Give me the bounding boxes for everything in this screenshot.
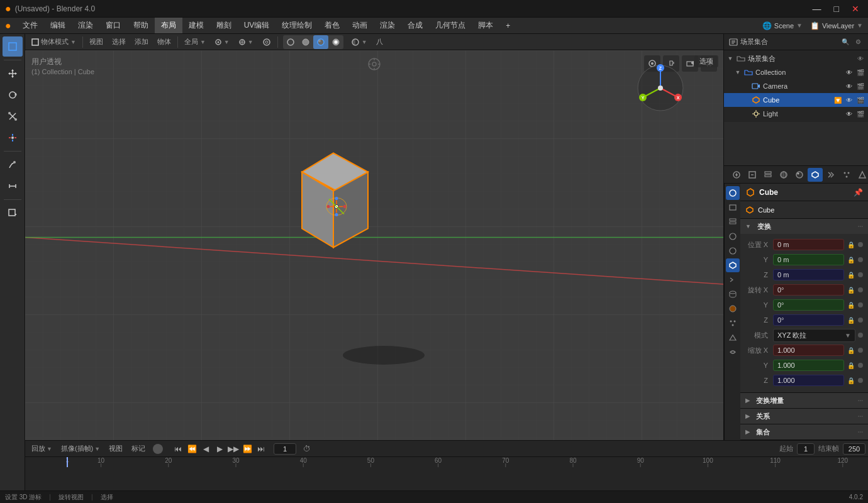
location-x-field[interactable]: 0 m bbox=[773, 239, 844, 250]
props-icon-view-layer[interactable] bbox=[726, 215, 740, 229]
transport-next-frame[interactable]: ▶▶ bbox=[227, 443, 240, 455]
scene-dropdown-icon[interactable]: ▼ bbox=[796, 22, 803, 29]
mode-selector-btn[interactable] bbox=[3, 36, 23, 57]
xray-toggle-btn[interactable]: 八 bbox=[372, 35, 387, 49]
workspace-tab-sculpt[interactable]: 雕刻 bbox=[210, 18, 238, 33]
props-icon-scene[interactable] bbox=[726, 229, 740, 243]
outliner-light[interactable]: ▶ Light 👁 bbox=[724, 107, 868, 121]
location-z-field[interactable]: 0 m bbox=[773, 269, 844, 280]
timeline-end-frame-input[interactable]: 250 bbox=[843, 443, 865, 455]
props-icon-particles-2[interactable] bbox=[726, 316, 740, 330]
prop-tab-particles[interactable] bbox=[839, 168, 854, 182]
shading-wireframe-btn[interactable] bbox=[283, 35, 298, 49]
menu-file[interactable]: 文件 bbox=[16, 18, 44, 33]
collection-eye-icon[interactable]: 👁 bbox=[844, 67, 854, 77]
prop-tab-world[interactable] bbox=[792, 168, 807, 182]
scale-x-field[interactable]: 1.000 bbox=[773, 345, 844, 356]
outliner-cube[interactable]: ▶ Cube 🔽 👁 🎬 bbox=[724, 93, 868, 107]
timeline-fps-indicator[interactable]: ⏱ bbox=[300, 442, 314, 456]
outliner-scene-collection[interactable]: ▼ 场景集合 👁 bbox=[724, 52, 868, 65]
cube-filter-icon[interactable]: 🔽 bbox=[833, 95, 843, 105]
rotation-x-lock[interactable]: 🔒 bbox=[847, 285, 855, 294]
scale-x-lock[interactable]: 🔒 bbox=[847, 346, 855, 355]
relations-header[interactable]: ▶ 关系 ··· bbox=[740, 409, 868, 424]
view-menu-btn[interactable]: 视图 bbox=[86, 35, 107, 49]
timeline-playback-btn[interactable]: 回放 ▼ bbox=[28, 443, 56, 455]
light-render-icon[interactable]: 🎬 bbox=[855, 109, 865, 119]
cube-eye-icon[interactable]: 👁 bbox=[844, 95, 854, 105]
props-icon-output[interactable] bbox=[726, 201, 740, 214]
transform-orientation-selector[interactable]: 全局 ▼ bbox=[181, 35, 209, 49]
menu-render[interactable]: 渲染 bbox=[72, 18, 99, 33]
workspace-tab-geometry[interactable]: 几何节点 bbox=[429, 18, 472, 33]
rotation-x-dot[interactable] bbox=[858, 287, 863, 292]
props-icon-physics-2[interactable] bbox=[726, 331, 740, 345]
snap-toggle-btn[interactable]: ▼ bbox=[235, 35, 257, 49]
workspace-tab-animation[interactable]: 动画 bbox=[346, 18, 374, 33]
location-x-lock[interactable]: 🔒 bbox=[847, 240, 855, 249]
workspace-tab-scripting[interactable]: 脚本 bbox=[472, 18, 499, 33]
scale-x-dot[interactable] bbox=[858, 348, 863, 353]
props-icon-render[interactable] bbox=[726, 186, 740, 200]
workspace-tab-modeling[interactable]: 建模 bbox=[182, 18, 210, 33]
timeline-keying-btn[interactable]: 抓像(插帧) ▼ bbox=[57, 443, 104, 455]
scale-z-lock[interactable]: 🔒 bbox=[847, 376, 855, 385]
maximize-button[interactable]: □ bbox=[830, 3, 843, 15]
location-y-dot[interactable] bbox=[858, 257, 863, 262]
outliner-collection[interactable]: ▼ Collection 👁 🎬 bbox=[724, 65, 868, 79]
workspace-tab-rendering[interactable]: 渲染 bbox=[374, 18, 401, 33]
menu-help[interactable]: 帮助 bbox=[127, 18, 155, 33]
object-mode-selector[interactable]: 物体模式 ▼ bbox=[28, 35, 80, 49]
light-eye-icon[interactable]: 👁 bbox=[844, 109, 854, 119]
transport-jump-end[interactable]: ⏭ bbox=[255, 443, 267, 455]
timeline-markers-btn[interactable]: 标记 bbox=[128, 443, 149, 455]
proportional-edit-btn[interactable] bbox=[259, 35, 275, 49]
rotation-x-field[interactable]: 0° bbox=[773, 284, 844, 296]
prop-tab-modifiers[interactable] bbox=[823, 168, 838, 182]
rotation-z-dot[interactable] bbox=[858, 318, 863, 323]
viewport-canvas-area[interactable]: 用户透视 (1) Collection | Cube bbox=[25, 50, 723, 440]
location-x-dot[interactable] bbox=[858, 242, 863, 247]
move-tool-btn[interactable] bbox=[3, 64, 23, 84]
outliner-filter-icon[interactable]: ⚙ bbox=[853, 37, 863, 47]
transport-prev-frame[interactable]: ◀ bbox=[199, 443, 212, 455]
prop-tab-scene[interactable] bbox=[776, 168, 791, 182]
menu-window[interactable]: 窗口 bbox=[99, 18, 127, 33]
prop-tab-physics[interactable] bbox=[855, 168, 868, 182]
scale-y-lock[interactable]: 🔒 bbox=[847, 361, 855, 370]
transport-jump-start[interactable]: ⏮ bbox=[172, 443, 184, 455]
scale-y-field[interactable]: 1.000 bbox=[773, 360, 844, 371]
workspace-tab-uv[interactable]: UV编辑 bbox=[238, 18, 276, 33]
transport-next-keyframe[interactable]: ⏩ bbox=[241, 443, 253, 455]
scale-z-dot[interactable] bbox=[858, 378, 863, 383]
axis-gizmo-container[interactable]: Z X Y bbox=[635, 63, 686, 115]
scale-tool-btn[interactable] bbox=[3, 106, 23, 126]
close-button[interactable]: ✕ bbox=[848, 3, 863, 15]
prop-tab-output[interactable] bbox=[745, 168, 760, 182]
camera-eye-icon[interactable]: 👁 bbox=[844, 81, 854, 91]
cube-render-icon[interactable]: 🎬 bbox=[855, 95, 865, 105]
collections-header[interactable]: ▶ 集合 ··· bbox=[740, 424, 868, 439]
props-icon-world[interactable] bbox=[726, 244, 740, 258]
rotation-y-field[interactable]: 0° bbox=[773, 299, 844, 311]
prop-tab-render[interactable] bbox=[729, 168, 744, 182]
shading-material-btn[interactable] bbox=[313, 35, 328, 49]
rotation-mode-selector[interactable]: XYZ 欧拉 ▼ bbox=[773, 329, 855, 342]
shading-rendered-btn[interactable] bbox=[328, 35, 343, 49]
scale-z-field[interactable]: 1.000 bbox=[773, 375, 844, 386]
workspace-tab-add[interactable]: + bbox=[499, 18, 516, 33]
timeline-current-frame[interactable]: 1 bbox=[274, 443, 296, 455]
rotation-y-dot[interactable] bbox=[858, 302, 863, 307]
rotation-z-lock[interactable]: 🔒 bbox=[847, 316, 855, 324]
timeline-view-btn[interactable]: 视图 bbox=[105, 443, 126, 455]
collection-render-icon[interactable]: 🎬 bbox=[855, 67, 865, 77]
annotate-tool-btn[interactable] bbox=[3, 155, 23, 175]
props-icon-constraints-2[interactable] bbox=[726, 345, 740, 359]
location-z-lock[interactable]: 🔒 bbox=[847, 270, 855, 279]
pivot-point-selector[interactable]: ▼ bbox=[211, 35, 233, 49]
minimize-button[interactable]: — bbox=[809, 3, 825, 15]
transform-section-header[interactable]: ▼ 变换 ··· bbox=[740, 219, 868, 234]
transport-play[interactable]: ▶ bbox=[213, 443, 226, 455]
collection-expand-icon[interactable]: ▼ bbox=[734, 69, 742, 76]
object-menu-btn[interactable]: 物体 bbox=[153, 35, 175, 49]
